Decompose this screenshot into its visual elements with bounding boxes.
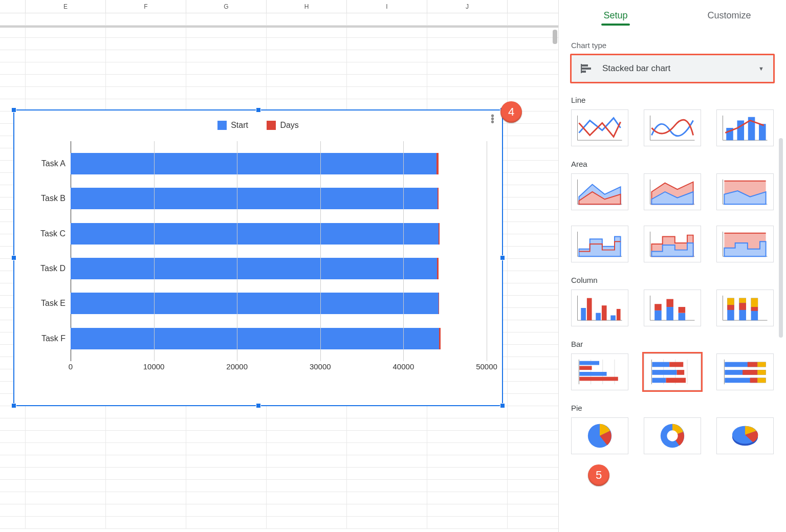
svg-rect-93	[757, 378, 766, 383]
svg-rect-62	[739, 303, 746, 310]
svg-rect-89	[743, 370, 757, 375]
svg-rect-49	[654, 311, 662, 320]
chevron-down-icon: ▼	[758, 65, 764, 72]
svg-rect-65	[751, 307, 758, 311]
svg-rect-53	[679, 313, 686, 321]
bar-segment-days[interactable]	[439, 328, 440, 349]
chart-type-pie[interactable]	[571, 417, 628, 454]
annotation-badge-5: 5	[588, 464, 609, 486]
svg-rect-52	[666, 299, 673, 307]
chart-type-doughnut[interactable]	[644, 417, 701, 454]
col-header[interactable]	[0, 0, 26, 13]
svg-rect-82	[652, 378, 666, 383]
bar-segment-start[interactable]	[71, 188, 438, 209]
chart-type-value: Stacked bar chart	[602, 63, 748, 74]
chart-type-3d-pie[interactable]	[716, 417, 774, 454]
svg-rect-45	[610, 316, 616, 321]
embedded-chart[interactable]: ••• Start Days Task ATask BTask CTask DT…	[13, 109, 503, 406]
bar-category-label: Task E	[25, 299, 66, 308]
bar-category-label: Task A	[25, 159, 66, 168]
svg-rect-3	[582, 71, 586, 73]
legend-swatch-icon	[267, 121, 276, 130]
x-tick-label: 10000	[143, 362, 165, 371]
svg-rect-70	[579, 361, 599, 365]
bar-segment-start[interactable]	[71, 223, 439, 245]
col-header-F[interactable]: F	[106, 0, 186, 13]
svg-rect-81	[677, 370, 685, 375]
svg-rect-43	[596, 313, 601, 321]
sidebar-scrollbar[interactable]	[779, 138, 783, 338]
chart-type-stacked-stepped-area[interactable]	[644, 226, 701, 262]
group-label-pie: Pie	[571, 404, 774, 412]
group-label-column: Column	[571, 276, 774, 284]
chart-plot-area[interactable]: Task ATask BTask CTask DTask ETask F 010…	[71, 141, 487, 376]
chart-type-label: Chart type	[571, 41, 774, 50]
svg-rect-44	[602, 305, 607, 320]
bar-segment-days[interactable]	[436, 153, 438, 174]
chart-legend: Start Days	[25, 121, 492, 132]
bar-segment-start[interactable]	[71, 328, 439, 349]
chart-type-stepped-area[interactable]	[571, 226, 628, 262]
x-tick-label: 40000	[393, 362, 414, 371]
chart-type-100-stacked-column[interactable]	[716, 290, 774, 326]
svg-rect-80	[652, 370, 676, 375]
svg-rect-78	[652, 362, 669, 367]
chart-type-stacked-area[interactable]	[644, 173, 701, 210]
svg-rect-58	[727, 298, 734, 305]
chart-type-stacked-bar[interactable]	[644, 353, 701, 390]
col-header-G[interactable]: G	[186, 0, 267, 13]
svg-rect-46	[617, 309, 621, 320]
svg-rect-2	[582, 68, 591, 70]
chart-type-bar[interactable]	[571, 353, 628, 390]
chart-type-area[interactable]	[571, 173, 628, 210]
group-label-area: Area	[571, 160, 774, 168]
legend-label: Start	[231, 121, 248, 130]
x-tick-label: 20000	[226, 362, 248, 371]
col-header-H[interactable]: H	[267, 0, 347, 13]
svg-rect-11	[737, 121, 745, 141]
svg-rect-13	[759, 124, 766, 140]
bar-segment-start[interactable]	[71, 293, 439, 314]
bar-segment-start[interactable]	[71, 153, 436, 174]
svg-rect-54	[679, 307, 686, 313]
chart-type-100-stacked-stepped-area[interactable]	[716, 226, 774, 262]
chart-editor-sidebar: Setup Customize Chart type Stacked bar c…	[558, 0, 786, 532]
svg-rect-42	[587, 298, 592, 321]
bar-segment-days[interactable]	[438, 188, 439, 209]
column-headers: E F G H I J	[0, 0, 558, 13]
spreadsheet-area: E F G H I J ••• Start	[0, 0, 558, 532]
bar-segment-days[interactable]	[437, 258, 439, 279]
legend-swatch-icon	[217, 121, 227, 130]
tab-customize[interactable]: Customize	[672, 0, 786, 31]
chart-type-line[interactable]	[571, 109, 628, 146]
chart-type-column[interactable]	[571, 290, 628, 326]
svg-point-96	[667, 430, 678, 441]
chart-type-combo[interactable]	[716, 109, 774, 146]
legend-item-start[interactable]: Start	[217, 121, 248, 130]
chart-type-smooth-line[interactable]	[644, 109, 701, 146]
bar-category-label: Task B	[25, 194, 66, 203]
svg-rect-87	[757, 362, 766, 367]
chart-type-dropdown[interactable]: Stacked bar chart ▼	[571, 55, 774, 82]
group-label-bar: Bar	[571, 340, 774, 348]
chart-type-100-stacked-area[interactable]	[716, 173, 774, 210]
chart-type-100-stacked-bar[interactable]	[716, 353, 774, 390]
annotation-badge-4: 4	[500, 101, 522, 123]
chart-type-stacked-column[interactable]	[644, 290, 701, 326]
svg-rect-92	[750, 378, 758, 383]
col-header-J[interactable]: J	[427, 0, 508, 13]
svg-rect-61	[739, 298, 746, 303]
sheet-scrollbar[interactable]	[553, 30, 557, 44]
bar-segment-start[interactable]	[71, 258, 437, 279]
tab-setup[interactable]: Setup	[559, 0, 672, 31]
bar-category-label: Task F	[25, 334, 66, 343]
svg-rect-1	[582, 64, 588, 66]
svg-rect-79	[669, 362, 683, 367]
x-tick-label: 0	[69, 362, 73, 371]
group-label-line: Line	[571, 96, 774, 104]
legend-item-days[interactable]: Days	[267, 121, 298, 130]
bar-segment-days[interactable]	[439, 223, 440, 245]
bar-segment-days[interactable]	[439, 293, 439, 314]
col-header-I[interactable]: I	[347, 0, 427, 13]
col-header-E[interactable]: E	[26, 0, 106, 13]
